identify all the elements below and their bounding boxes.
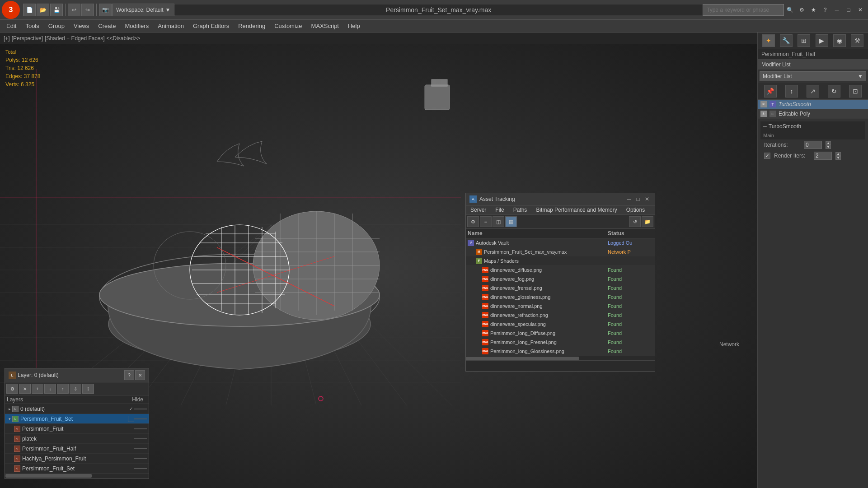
menu-views[interactable]: Views: [69, 20, 94, 33]
layer-tool-6[interactable]: ⇩: [70, 384, 81, 394]
layer-tool-7[interactable]: ⇪: [82, 384, 94, 394]
asset-row[interactable]: PNG dinnerware_frensel.png Found: [466, 284, 655, 293]
asset-scrollbar[interactable]: [466, 356, 655, 360]
asset-menu-server[interactable]: Server: [466, 205, 491, 214]
undo-button[interactable]: ↩: [68, 4, 80, 16]
motion-panel-button[interactable]: ▶: [816, 34, 828, 47]
asset-menu-bitmap[interactable]: Bitmap Performance and Memory: [531, 205, 621, 214]
menu-group[interactable]: Group: [44, 20, 69, 33]
hierarchy-panel-button[interactable]: ⊞: [798, 34, 810, 47]
ts-iter-up[interactable]: ▲: [826, 141, 831, 145]
asset-tool-refresh[interactable]: ↺: [629, 216, 641, 227]
create-panel-button[interactable]: ✦: [762, 34, 775, 47]
ts-render-iters-checkbox[interactable]: ✓: [764, 153, 770, 159]
asset-row[interactable]: PNG dinnerware_diffuse.png Found: [466, 265, 655, 274]
asset-row[interactable]: PNG Persimmon_long_Fresnel.png Found: [466, 338, 655, 347]
asset-row[interactable]: PNG Persimmon_long_Diffuse.png Found: [466, 329, 655, 338]
modifier-list-dropdown[interactable]: Modifier List ▼: [760, 71, 866, 81]
open-file-button[interactable]: 📂: [37, 4, 49, 16]
list-item[interactable]: ○ Persimmon_Fruit: [5, 424, 149, 434]
asset-row[interactable]: PNG dinnerware_normal.png Found: [466, 302, 655, 311]
ts-render-down[interactable]: ▼: [835, 156, 841, 160]
ts-iterations-input[interactable]: [804, 141, 822, 149]
search-button[interactable]: 🔍: [784, 4, 796, 16]
asset-tool-3[interactable]: ◫: [493, 216, 504, 227]
modify-panel-button[interactable]: 🔧: [780, 34, 793, 47]
asset-tool-2[interactable]: ≡: [480, 216, 492, 227]
asset-row[interactable]: PNG Persimmon_long_Glossiness.png Found: [466, 347, 655, 356]
settings-button[interactable]: ⚙: [796, 4, 807, 16]
asset-row[interactable]: PNG dinnerware_glossiness.png Found: [466, 293, 655, 302]
ts-iter-down[interactable]: ▼: [826, 145, 831, 149]
maximize-button[interactable]: □: [843, 4, 854, 16]
layer-tool-1[interactable]: ⚙: [6, 384, 18, 394]
menu-create[interactable]: Create: [94, 20, 120, 33]
menu-tools[interactable]: Tools: [21, 20, 43, 33]
layer-tool-delete[interactable]: ✕: [19, 384, 31, 394]
redo-button[interactable]: ↪: [81, 4, 94, 16]
mod-scale-button[interactable]: ⊡: [849, 85, 862, 98]
list-item[interactable]: ○ Persimmon_Fruit_Half: [5, 444, 149, 454]
save-file-button[interactable]: 💾: [50, 4, 63, 16]
list-item[interactable]: ○ platek: [5, 434, 149, 444]
layer-tool-4[interactable]: ↓: [44, 384, 56, 394]
asset-menu-paths[interactable]: Paths: [509, 205, 532, 214]
menu-rendering[interactable]: Rendering: [234, 20, 270, 33]
utilities-panel-button[interactable]: ⚒: [851, 34, 863, 47]
asset-tool-folder[interactable]: 📁: [642, 216, 653, 227]
menu-animation[interactable]: Animation: [153, 20, 188, 33]
modifier-turbosmooth[interactable]: 👁 T TurboSmooth: [758, 100, 868, 109]
asset-tool-table[interactable]: ▦: [505, 216, 517, 227]
bookmark-button[interactable]: ★: [807, 4, 819, 16]
layer-tool-5[interactable]: ↑: [57, 384, 69, 394]
layer-close-button[interactable]: ✕: [135, 370, 145, 380]
asset-menu-options[interactable]: Options: [622, 205, 649, 214]
ts-render-up[interactable]: ▲: [835, 152, 841, 156]
ts-render-iters-input[interactable]: [814, 152, 832, 160]
menu-customize[interactable]: Customize: [270, 20, 306, 33]
menu-edit[interactable]: Edit: [2, 20, 21, 33]
mod-move-button[interactable]: ↕: [785, 85, 798, 98]
list-item[interactable]: ▸ L 0 (default) ✓: [5, 404, 149, 414]
viewport[interactable]: [+] [Perspective] [Shaded + Edged Faces]…: [0, 33, 757, 488]
list-item[interactable]: ○ Persimmon_Fruit_Set: [5, 464, 149, 474]
asset-minimize-button[interactable]: ─: [625, 195, 633, 203]
asset-row[interactable]: PNG dinnerware_refraction.png Found: [466, 311, 655, 320]
layer-scrollbar[interactable]: [5, 474, 149, 479]
render-scene-button[interactable]: 📷: [99, 4, 112, 16]
display-panel-button[interactable]: ◉: [833, 34, 846, 47]
close-button[interactable]: ✕: [854, 4, 866, 16]
ts-iterations-spinner[interactable]: ▲ ▼: [826, 141, 831, 149]
mod-select-button[interactable]: ↗: [807, 85, 819, 98]
asset-row[interactable]: F Maps / Shaders: [466, 256, 655, 265]
modifier-editable-poly[interactable]: 👁 E Editable Poly: [758, 109, 868, 119]
menu-maxscript[interactable]: MAXScript: [307, 20, 343, 33]
mod-rotate-button[interactable]: ↻: [828, 85, 840, 98]
asset-menu-file[interactable]: File: [491, 205, 508, 214]
asset-close-button[interactable]: ✕: [643, 195, 651, 203]
workspace-selector[interactable]: Workspace: Default ▼: [112, 4, 174, 16]
layer-scrollbar-thumb[interactable]: [5, 474, 92, 478]
asset-row[interactable]: PNG dinnerware_specular.png Found: [466, 320, 655, 329]
ts-collapse-button[interactable]: ─ TurboSmooth: [760, 121, 865, 131]
minimize-button[interactable]: ─: [831, 4, 843, 16]
menu-modifiers[interactable]: Modifiers: [120, 20, 153, 33]
help-button[interactable]: ?: [819, 4, 831, 16]
new-file-button[interactable]: 📄: [23, 4, 36, 16]
layer-help-button[interactable]: ?: [124, 370, 134, 380]
list-item[interactable]: ▾ L Persimmon_Fruit_Set: [5, 414, 149, 424]
editpoly-label: Editable Poly: [779, 111, 810, 117]
menu-help[interactable]: Help: [343, 20, 365, 33]
asset-maximize-button[interactable]: □: [634, 195, 642, 203]
menu-graph-editors[interactable]: Graph Editors: [188, 20, 234, 33]
list-item[interactable]: ○ Hachiya_Persimmon_Fruit: [5, 454, 149, 464]
search-input[interactable]: [703, 4, 784, 16]
layer-tool-add[interactable]: +: [32, 384, 43, 394]
asset-tool-1[interactable]: ⚙: [467, 216, 479, 227]
asset-row[interactable]: PNG dinnerware_fog.png Found: [466, 274, 655, 284]
asset-scrollbar-thumb[interactable]: [466, 357, 579, 360]
ts-render-spinner[interactable]: ▲ ▼: [835, 152, 841, 160]
mod-pin-button[interactable]: 📌: [764, 85, 777, 98]
asset-row[interactable]: V Autodesk Vault Logged Ou: [466, 238, 655, 247]
asset-row[interactable]: M Persimmon_Fruit_Set_max_vray.max Netwo…: [466, 247, 655, 256]
